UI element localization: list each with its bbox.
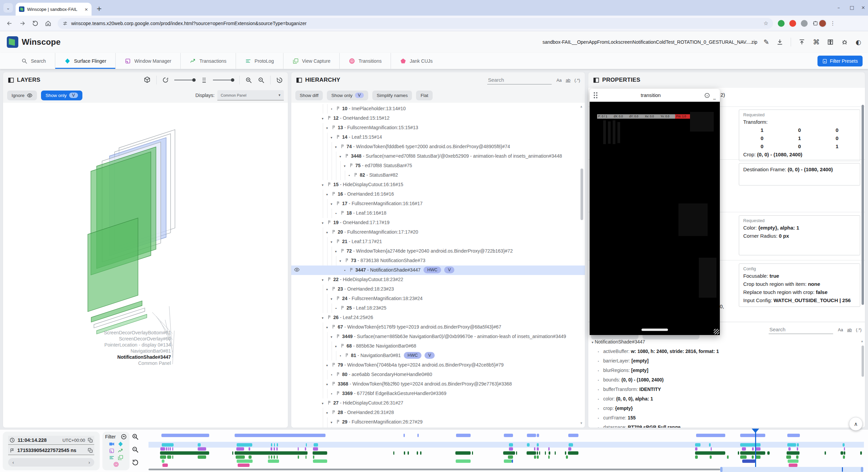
screen-recording-track-entry[interactable] — [456, 434, 471, 437]
tab-close-icon[interactable]: × — [84, 7, 88, 12]
zoom-out-icon[interactable] — [258, 77, 265, 84]
transactions-track-entry[interactable] — [503, 451, 515, 455]
tree-node-21[interactable]: ▾21 - Leaf:17:17#21 — [291, 237, 585, 247]
overview-left-handle[interactable] — [720, 467, 723, 472]
tree-node-20[interactable]: ▾20 - FullscreenMagnification:17:17#20 — [291, 228, 585, 237]
zoom-in-icon[interactable] — [245, 77, 252, 84]
expand-arrow-icon[interactable]: ▾ — [326, 380, 331, 389]
protolog-track-entry[interactable] — [249, 455, 252, 459]
window-manager-track-entry[interactable] — [695, 447, 697, 451]
transactions-track-entry[interactable] — [404, 451, 405, 455]
timeline-overview-window[interactable] — [720, 467, 863, 472]
transactions-track-entry[interactable] — [313, 451, 327, 455]
profile-avatar[interactable] — [818, 19, 827, 27]
window-manager-track-entry[interactable] — [537, 447, 539, 451]
protolog-track-entry[interactable] — [298, 455, 299, 459]
surface-flinger-track-entry[interactable] — [274, 443, 275, 447]
scroll-down-icon[interactable]: ▼ — [580, 421, 583, 425]
properties-scrollbar[interactable] — [862, 105, 864, 305]
url-bar[interactable]: winscope.teams.x20web.corp.google.com/pr… — [58, 18, 773, 29]
transactions-track-entry[interactable] — [767, 451, 770, 455]
view-capture-track-entry[interactable] — [268, 459, 279, 463]
protolog-track-entry[interactable] — [160, 455, 166, 459]
bookmark-star-icon[interactable]: ☆ — [764, 20, 768, 26]
protolog-track-entry[interactable] — [786, 455, 791, 459]
window-manager-track-entry[interactable] — [548, 447, 550, 451]
flat-chip[interactable]: Flat — [416, 91, 433, 100]
hierarchy-search-input[interactable]: Search — [487, 76, 552, 84]
gray-dot-extension-icon[interactable] — [801, 20, 808, 27]
window-manager-track-entry[interactable] — [711, 447, 712, 451]
transactions-track-entry[interactable] — [160, 451, 209, 455]
property-bounds[interactable]: •bounds: (0, 0) - (1080, 2400) — [588, 375, 865, 385]
screen-recording-track-entry[interactable] — [527, 434, 536, 437]
rotation-slider[interactable] — [174, 80, 195, 80]
expand-arrow-icon[interactable]: ▾ — [322, 114, 327, 123]
protolog-track-entry[interactable] — [269, 455, 270, 459]
protolog-track-entry[interactable] — [313, 455, 314, 459]
surface-flinger-track-entry[interactable] — [237, 443, 252, 447]
edit-icon[interactable]: ✎ — [764, 38, 769, 46]
scroll-to-top-button[interactable]: ∧ — [849, 417, 863, 431]
screen-recording-track-entry[interactable] — [696, 434, 725, 437]
property-blurRegions[interactable]: •blurRegions: [empty] — [588, 366, 865, 375]
tree-node-79[interactable]: ▾79 - WindowToken{7046b4a type=2024 andr… — [291, 360, 585, 370]
protolog-track-entry[interactable] — [167, 455, 171, 459]
tree-node-80[interactable]: •80 - ace6abb SecondaryHomeHandle0#80 — [291, 370, 585, 379]
expand-arrow-icon[interactable]: ▾ — [339, 257, 344, 266]
documentation-icon[interactable] — [827, 39, 834, 45]
window-manager-track-entry[interactable] — [534, 447, 535, 451]
view-capture-track-entry[interactable] — [504, 459, 512, 463]
expand-arrow-icon[interactable]: ▾ — [326, 361, 331, 370]
protolog-track-entry[interactable] — [274, 455, 275, 459]
transactions-track-entry[interactable] — [527, 451, 536, 455]
screen-recording-track-entry[interactable] — [403, 434, 405, 437]
hierarchy-match-word-icon[interactable]: ab — [566, 78, 570, 83]
browser-menu-icon[interactable]: ⋮ — [830, 20, 835, 26]
collapse-panel-icon[interactable] — [593, 77, 599, 83]
spacing-slider[interactable] — [213, 80, 234, 80]
transactions-track-entry[interactable] — [537, 451, 538, 455]
transactions-track-entry[interactable] — [472, 451, 473, 455]
forward-icon[interactable] — [19, 20, 26, 27]
transactions-track-entry[interactable] — [844, 451, 845, 455]
window-manager-track-entry[interactable] — [742, 447, 746, 451]
tree-node-29[interactable]: ▾29 - FullscreenMagnification:26:27#29 — [291, 417, 585, 427]
window-manager-track-entry[interactable] — [276, 447, 278, 451]
timeline-overview-track[interactable] — [149, 469, 720, 470]
tree-node-3448[interactable]: ▾3448 - Surface(name=ed70f88 StatusBar)/… — [291, 152, 585, 161]
expand-arrow-icon[interactable]: ▾ — [331, 238, 335, 247]
simplify-names-chip[interactable]: Simplify names — [372, 91, 412, 100]
protolog-track-entry[interactable] — [534, 455, 536, 459]
shortcuts-icon[interactable]: ⌘ — [813, 38, 820, 46]
transactions-track-entry[interactable] — [408, 451, 409, 455]
transitions-track-entry[interactable] — [162, 464, 168, 467]
protolog-track-entry[interactable] — [796, 455, 798, 459]
properties-search-input[interactable]: Search — [769, 325, 833, 334]
tab-view-capture[interactable]: View Capture — [283, 53, 340, 69]
surface-flinger-track-entry[interactable] — [709, 443, 711, 447]
protolog-track-entry[interactable] — [727, 455, 729, 459]
screen-recording-overlay[interactable]: transition _ P: 0 / 1dX: 0.0dY: 0.0Xv: 0… — [590, 89, 720, 335]
tree-node-81[interactable]: •81 - NavigationBar0#81HWCV — [291, 351, 585, 360]
show-only-chip[interactable]: Show onlyV — [327, 91, 368, 100]
screen-recording-track-entry[interactable] — [417, 434, 419, 437]
property-barrierLayer[interactable]: •barrierLayer: [empty] — [588, 356, 865, 366]
protolog-track-entry[interactable] — [236, 455, 245, 459]
expand-arrow-icon[interactable]: ▾ — [322, 399, 327, 408]
expand-arrow-icon[interactable]: ▾ — [335, 143, 340, 152]
screen-recording-track-entry[interactable] — [537, 434, 539, 437]
window-manager-track-entry[interactable] — [160, 447, 165, 451]
protolog-track-entry[interactable] — [271, 455, 272, 459]
expand-arrow-icon[interactable]: ▾ — [326, 285, 331, 294]
tree-node-19[interactable]: ▾19 - OneHanded:17:17#19 — [291, 218, 585, 228]
surface-flinger-track-entry[interactable] — [277, 443, 278, 447]
tree-node-73[interactable]: ▾73 - 8736138 NotificationShade#73 — [291, 256, 585, 266]
expand-arrow-icon[interactable]: ▾ — [331, 333, 335, 341]
expand-arrow-icon[interactable]: ▾ — [322, 314, 327, 322]
overview-right-handle[interactable] — [861, 467, 863, 472]
expand-arrow-icon[interactable]: ▾ — [339, 152, 344, 161]
scroll-up-icon[interactable]: ▲ — [580, 105, 583, 108]
transactions-track-entry[interactable] — [545, 451, 546, 455]
tree-node-10[interactable]: •10 - ImePlaceholder:13:14#10 — [291, 104, 585, 114]
